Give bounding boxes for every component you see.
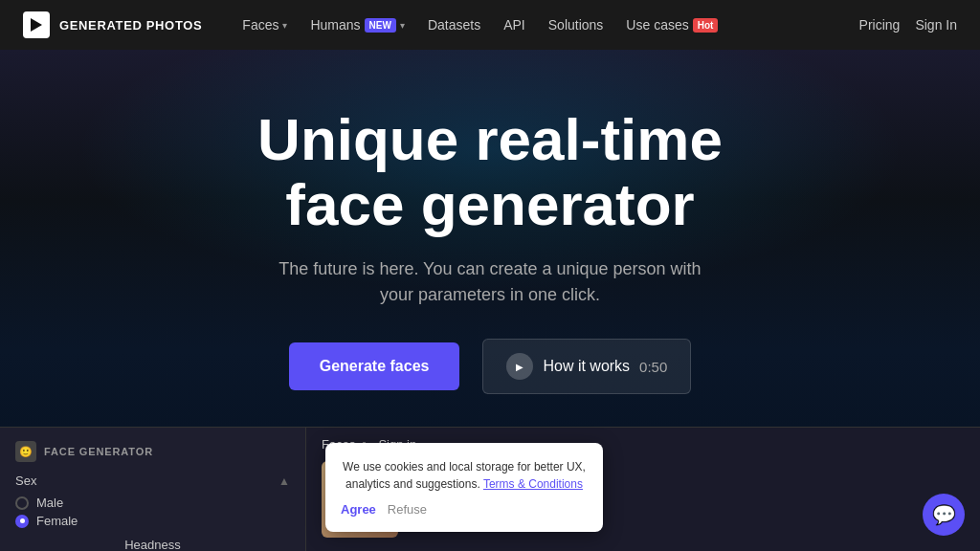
generate-faces-button[interactable]: Generate faces [289, 342, 460, 390]
radio-female[interactable]: Female [15, 514, 290, 528]
chevron-down-icon: ▾ [282, 20, 287, 31]
face-gen-header: 🙂 FACE GENERATOR [15, 441, 290, 462]
chat-icon: 💬 [932, 503, 956, 526]
logo[interactable]: GENERATED PHOTOS [23, 11, 202, 38]
nav-item-datasets[interactable]: Datasets [418, 11, 490, 38]
terms-conditions-link[interactable]: Terms & Conditions [483, 477, 583, 491]
headness-label: Headness [15, 538, 290, 551]
new-badge: New [365, 18, 396, 33]
chat-bubble-button[interactable]: 💬 [923, 494, 965, 536]
radio-male-indicator [15, 496, 29, 510]
hero-section: Unique real-time face generator The futu… [0, 50, 980, 551]
hot-badge: Hot [693, 18, 719, 33]
nav-item-humans[interactable]: Humans New ▾ [301, 11, 413, 38]
nav-pricing[interactable]: Pricing [859, 17, 901, 33]
radio-female-indicator [15, 515, 29, 528]
radio-male[interactable]: Male [15, 496, 290, 510]
navbar: GENERATED PHOTOS Faces ▾ Humans New ▾ Da… [0, 0, 980, 50]
nav-item-api[interactable]: API [494, 11, 535, 38]
cookie-banner: We use cookies and local storage for bet… [325, 443, 603, 532]
face-gen-title: FACE GENERATOR [44, 446, 153, 457]
nav-item-solutions[interactable]: Solutions [539, 11, 613, 38]
hero-title: Unique real-time face generator [212, 107, 768, 237]
cookie-buttons: Agree Refuse [341, 502, 588, 517]
logo-text: GENERATED PHOTOS [59, 18, 202, 33]
nav-right: Pricing Sign In [859, 17, 957, 33]
hero-buttons: Generate faces ▶ How it works 0:50 [0, 339, 980, 394]
svg-marker-0 [31, 18, 42, 32]
nav-item-usecases[interactable]: Use cases Hot [616, 11, 727, 38]
how-it-works-button[interactable]: ▶ How it works 0:50 [482, 339, 691, 394]
sex-label: Sex ▲ [15, 474, 290, 488]
how-it-works-label: How it works [543, 358, 630, 375]
refuse-button[interactable]: Refuse [388, 502, 427, 517]
hero-subtitle: The future is here. You can create a uni… [270, 256, 710, 308]
play-icon: ▶ [506, 353, 533, 380]
video-duration: 0:50 [639, 359, 667, 375]
nav-item-faces[interactable]: Faces ▾ [233, 11, 297, 38]
nav-signin[interactable]: Sign In [915, 17, 957, 33]
preview-strip: 🙂 FACE GENERATOR Sex ▲ Male Female Headn… [0, 427, 980, 551]
agree-button[interactable]: Agree [341, 502, 376, 517]
face-gen-icon: 🙂 [15, 441, 36, 462]
chevron-down-icon: ▾ [400, 20, 405, 31]
sex-chevron-icon: ▲ [278, 474, 290, 488]
face-generator-panel: 🙂 FACE GENERATOR Sex ▲ Male Female Headn… [0, 427, 306, 551]
sex-radio-group: Male Female [15, 496, 290, 528]
cookie-text: We use cookies and local storage for bet… [341, 458, 588, 493]
logo-icon [23, 11, 50, 38]
nav-links: Faces ▾ Humans New ▾ Datasets API Soluti… [233, 11, 858, 38]
